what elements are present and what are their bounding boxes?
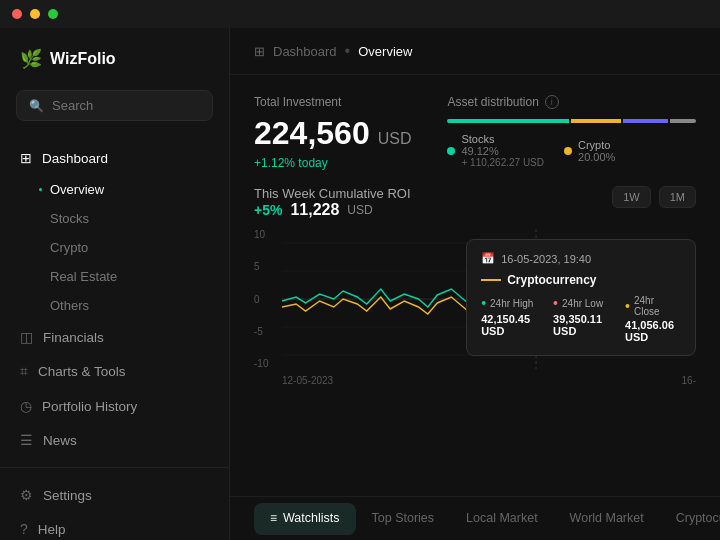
asset-items: Stocks 49.12% + 110,262.27 USD Crypto 20…: [447, 133, 696, 168]
tooltip-row: 24hr High 42,150.45 USD 24hr Low 39,350.…: [481, 295, 681, 343]
search-input[interactable]: [52, 98, 200, 113]
main-content: ⊞ Dashboard • Overview Total Investment …: [230, 28, 720, 540]
tooltip-close-value: 41,056.06 USD: [625, 319, 681, 343]
chart-x-axis: 12-05-2023 16-: [282, 375, 696, 386]
breadcrumb-path: Dashboard: [273, 44, 337, 59]
minimize-button[interactable]: [30, 9, 40, 19]
sidebar-item-stocks[interactable]: Stocks: [0, 204, 229, 233]
stocks-item-label: Stocks 49.12% + 110,262.27 USD: [461, 133, 544, 168]
logo: 🌿 WizFolio: [0, 48, 229, 90]
breadcrumb-separator: •: [345, 42, 351, 60]
sidebar-item-label: Dashboard: [42, 151, 108, 166]
app-container: 🌿 WizFolio 🔍 ⊞ Dashboard Overview Stocks: [0, 28, 720, 540]
sidebar-item-charts-tools[interactable]: ⌗ Charts & Tools: [0, 354, 229, 389]
crypto-market-label: Cryptocurrency M…: [676, 511, 720, 525]
info-icon[interactable]: i: [545, 95, 559, 109]
financials-icon: ◫: [20, 329, 33, 345]
sidebar-item-real-estate[interactable]: Real Estate: [0, 262, 229, 291]
total-investment-value: 224,560 USD: [254, 115, 411, 152]
sidebar-item-dashboard[interactable]: ⊞ Dashboard: [0, 141, 229, 175]
chart-buttons: 1W 1M: [612, 186, 696, 208]
stocks-dot: [447, 147, 455, 155]
sidebar-item-financials[interactable]: ◫ Financials: [0, 320, 229, 354]
sidebar-item-portfolio-history[interactable]: ◷ Portfolio History: [0, 389, 229, 423]
bottom-tabs: ≡ Watchlists Top Stories Local Market Wo…: [230, 496, 720, 540]
dashboard-icon: ⊞: [20, 150, 32, 166]
overview-label: Overview: [50, 182, 104, 197]
tab-local-market[interactable]: Local Market: [450, 497, 554, 540]
logo-icon: 🌿: [20, 48, 42, 70]
tooltip-low-label: 24hr Low: [553, 295, 609, 311]
help-label: Help: [38, 522, 66, 537]
tooltip-line: [481, 279, 501, 281]
tooltip-col-high: 24hr High 42,150.45 USD: [481, 295, 537, 343]
settings-label: Settings: [43, 488, 92, 503]
y-label-neg10: -10: [254, 358, 278, 369]
search-box[interactable]: 🔍: [16, 90, 213, 121]
y-label-10: 10: [254, 229, 278, 240]
sidebar-item-news[interactable]: ☰ News: [0, 423, 229, 457]
news-icon: ☰: [20, 432, 33, 448]
portfolio-icon: ◷: [20, 398, 32, 414]
tooltip-low-value: 39,350.11 USD: [553, 313, 609, 337]
tab-world-market[interactable]: World Market: [554, 497, 660, 540]
tab-watchlists[interactable]: ≡ Watchlists: [254, 503, 356, 535]
sidebar-item-settings[interactable]: ⚙ Settings: [0, 478, 229, 512]
watchlists-icon: ≡: [270, 511, 277, 525]
tooltip-date: 📅 16-05-2023, 19:40: [481, 252, 681, 265]
asset-bar: [447, 119, 696, 123]
asset-bar-others: [670, 119, 696, 123]
chart-roi: +5% 11,228 USD: [254, 201, 411, 219]
sidebar-bottom: ⚙ Settings ? Help: [0, 467, 229, 540]
chart-btn-1w[interactable]: 1W: [612, 186, 651, 208]
stats-row: Total Investment 224,560 USD +1.12% toda…: [254, 95, 696, 170]
charts-label: Charts & Tools: [38, 364, 126, 379]
asset-dist-header: Asset distribution i: [447, 95, 696, 109]
crypto-item-label: Crypto 20.00%: [578, 139, 615, 163]
tab-top-stories[interactable]: Top Stories: [356, 497, 451, 540]
tooltip-high-label: 24hr High: [481, 295, 537, 311]
top-stories-label: Top Stories: [372, 511, 435, 525]
asset-bar-real-estate: [623, 119, 668, 123]
tab-crypto-market[interactable]: Cryptocurrency M…: [660, 497, 720, 540]
content-area: Total Investment 224,560 USD +1.12% toda…: [230, 75, 720, 496]
chart-title: This Week Cumulative ROI: [254, 186, 411, 201]
portfolio-label: Portfolio History: [42, 399, 137, 414]
sidebar-item-others[interactable]: Others: [0, 291, 229, 320]
close-button[interactable]: [12, 9, 22, 19]
topbar-icon: ⊞: [254, 44, 265, 59]
calendar-icon: 📅: [481, 252, 495, 265]
total-investment-card: Total Investment 224,560 USD +1.12% toda…: [254, 95, 411, 170]
y-label-0: 0: [254, 294, 278, 305]
nav-section: ⊞ Dashboard Overview Stocks Crypto Real …: [0, 141, 229, 457]
sidebar-item-help[interactable]: ? Help: [0, 512, 229, 540]
crypto-label: Crypto: [50, 240, 88, 255]
tooltip-col-low: 24hr Low 39,350.11 USD: [553, 295, 609, 343]
sidebar: 🌿 WizFolio 🔍 ⊞ Dashboard Overview Stocks: [0, 28, 230, 540]
stocks-label: Stocks: [50, 211, 89, 226]
sub-nav: Overview Stocks Crypto Real Estate Other…: [0, 175, 229, 320]
roi-value: 11,228: [290, 201, 339, 219]
settings-icon: ⚙: [20, 487, 33, 503]
chart-header-left: This Week Cumulative ROI +5% 11,228 USD: [254, 186, 411, 219]
investment-number: 224,560: [254, 115, 370, 152]
total-investment-label: Total Investment: [254, 95, 411, 109]
roi-currency: USD: [347, 203, 372, 217]
titlebar: [0, 0, 720, 28]
sidebar-item-overview[interactable]: Overview: [0, 175, 229, 204]
chart-section: This Week Cumulative ROI +5% 11,228 USD …: [254, 186, 696, 476]
crypto-dot: [564, 147, 572, 155]
help-icon: ?: [20, 521, 28, 537]
tooltip-asset-title: Cryptocurrency: [481, 273, 681, 287]
asset-dist-label: Asset distribution: [447, 95, 538, 109]
sidebar-item-crypto[interactable]: Crypto: [0, 233, 229, 262]
chart-area: 10 5 0 -5 -10: [254, 229, 696, 389]
asset-bar-crypto: [571, 119, 621, 123]
maximize-button[interactable]: [48, 9, 58, 19]
chart-btn-1m[interactable]: 1M: [659, 186, 696, 208]
watchlists-label: Watchlists: [283, 511, 340, 525]
investment-currency: USD: [378, 130, 412, 148]
chart-tooltip: 📅 16-05-2023, 19:40 Cryptocurrency 24hr …: [466, 239, 696, 356]
x-label-end: 16-: [682, 375, 696, 386]
asset-distribution-card: Asset distribution i Stocks: [447, 95, 696, 168]
